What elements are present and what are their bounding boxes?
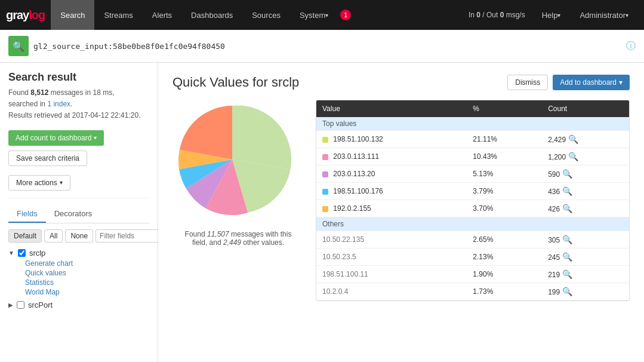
search-submit-button[interactable]: 🔍	[8, 36, 29, 56]
value-cell: 203.0.113.111	[333, 152, 379, 161]
srclp-checkbox[interactable]	[18, 249, 26, 257]
filter-default-button[interactable]: Default	[8, 229, 42, 243]
add-count-dashboard-button[interactable]: Add count to dashboard ▾	[8, 130, 104, 146]
col-count-header: Count	[542, 100, 629, 117]
color-dot	[322, 189, 328, 195]
quick-values-body: Found 11,507 messages with this field, a…	[172, 100, 630, 301]
table-row: 198.51.100.11 1.90% 219 🔍	[316, 266, 629, 283]
table-row: 203.0.113.20 5.13% 590 🔍	[316, 165, 629, 183]
quick-values-link[interactable]: Quick values	[25, 268, 149, 278]
value-cell: 198.51.100.132	[333, 135, 383, 143]
srcport-checkbox[interactable]	[17, 301, 24, 309]
top-nav: graylog Search Streams Alerts Dashboards…	[0, 0, 644, 30]
found-count: 8,512	[30, 88, 48, 97]
table-row: 198.51.100.176 3.79% 436 🔍	[316, 183, 629, 200]
field-group-srclp-header[interactable]: ▼ srclp	[8, 247, 149, 259]
top-values-section: Top values	[316, 117, 629, 131]
color-dot	[322, 206, 328, 212]
search-icon: 🔍	[13, 41, 24, 52]
logo: graylog	[6, 8, 45, 22]
fields-tabs: Fields Decorators	[8, 205, 149, 223]
filter-all-button[interactable]: All	[44, 229, 63, 243]
color-dot	[322, 154, 328, 160]
nav-right: In 0 / Out 0 msg/s Help Administrator	[461, 0, 638, 30]
table-row: 10.50.23.5 2.13% 245 🔍	[316, 249, 629, 266]
magnify-icon[interactable]: 🔍	[562, 269, 572, 279]
nav-streams[interactable]: Streams	[94, 0, 142, 30]
nav-dashboards[interactable]: Dashboards	[181, 0, 242, 30]
nav-sources[interactable]: Sources	[242, 0, 290, 30]
col-pct-header: %	[467, 100, 542, 117]
add-to-dashboard-button[interactable]: Add to dashboard ▾	[553, 75, 630, 90]
statistics-link[interactable]: Statistics	[25, 278, 149, 287]
magnify-icon[interactable]: 🔍	[562, 287, 572, 296]
add-dashboard-caret: ▾	[619, 78, 623, 87]
index-link[interactable]: 1 index	[47, 100, 70, 108]
nav-search[interactable]: Search	[51, 0, 94, 30]
dismiss-button[interactable]: Dismiss	[507, 75, 548, 90]
magnify-icon[interactable]: 🔍	[562, 235, 572, 244]
nav-help[interactable]: Help	[532, 0, 571, 30]
tab-fields[interactable]: Fields	[8, 205, 46, 223]
pct-cell: 21.11%	[467, 131, 542, 148]
content-area: Quick Values for srclp Dismiss Add to da…	[158, 63, 644, 362]
search-input[interactable]	[33, 42, 621, 51]
color-dot	[322, 137, 328, 143]
others-section: Others	[316, 217, 629, 231]
add-count-dashboard-label: Add count to dashboard	[16, 134, 91, 142]
save-search-button[interactable]: Save search criteria	[8, 151, 87, 166]
value-cell: 203.0.113.20	[333, 170, 375, 178]
table-row: 10.50.22.135 2.65% 305 🔍	[316, 231, 629, 249]
chart-area: Found 11,507 messages with this field, a…	[172, 100, 304, 301]
world-map-link[interactable]: World Map	[25, 287, 149, 297]
generate-chart-link[interactable]: Generate chart	[25, 259, 149, 268]
filter-fields-input[interactable]	[95, 229, 158, 243]
magnify-icon[interactable]: 🔍	[562, 169, 572, 179]
srcport-label: srcPort	[28, 300, 53, 309]
field-group-srcport: ▶ srcPort	[8, 299, 149, 311]
filter-row: Default All None	[8, 229, 149, 243]
header-buttons: Dismiss Add to dashboard ▾	[507, 75, 630, 90]
main-area: Search result Found 8,512 messages in 18…	[0, 63, 644, 362]
search-result-title: Search result	[8, 71, 149, 84]
expand-icon: ▼	[8, 250, 14, 256]
table-row: 203.0.113.111 10.43% 1,200 🔍	[316, 148, 629, 165]
nav-admin[interactable]: Administrator	[570, 0, 638, 30]
quick-values-table: Value % Count Top values	[316, 100, 629, 300]
field-group-srcport-header[interactable]: ▶ srcPort	[8, 299, 149, 311]
search-info-icon[interactable]: ⓘ	[626, 40, 636, 53]
color-dot	[322, 171, 328, 177]
nav-msg-status: In 0 / Out 0 msg/s	[461, 11, 532, 19]
table-row: 192.0.2.155 3.70% 426 🔍	[316, 200, 629, 217]
magnify-icon[interactable]: 🔍	[562, 204, 572, 213]
more-actions-button[interactable]: More actions ▾	[8, 175, 70, 191]
caret-icon: ▾	[94, 134, 97, 141]
value-cell: 198.51.100.176	[333, 187, 383, 195]
search-result-meta: Found 8,512 messages in 18 ms, searched …	[8, 87, 149, 122]
srclp-actions: Generate chart Quick values Statistics W…	[8, 259, 149, 297]
nav-badge: 1	[340, 10, 351, 20]
more-actions-caret: ▾	[60, 179, 63, 186]
value-cell: 192.0.2.155	[333, 204, 371, 213]
magnify-icon[interactable]: 🔍	[568, 134, 578, 144]
quick-values-header: Quick Values for srclp Dismiss Add to da…	[172, 75, 630, 90]
tab-decorators[interactable]: Decorators	[46, 205, 101, 223]
quick-values-table-area: Value % Count Top values	[316, 100, 630, 301]
table-row: 10.2.0.4 1.73% 199 🔍	[316, 283, 629, 300]
nav-alerts[interactable]: Alerts	[143, 0, 181, 30]
expand-icon-srcport: ▶	[8, 302, 13, 308]
nav-system[interactable]: System	[290, 0, 338, 30]
sidebar: Search result Found 8,512 messages in 18…	[0, 63, 158, 362]
chart-message: Found 11,507 messages with this field, a…	[172, 230, 304, 247]
filter-none-button[interactable]: None	[65, 229, 93, 243]
srclp-label: srclp	[29, 249, 45, 257]
col-value-header: Value	[316, 100, 467, 117]
magnify-icon[interactable]: 🔍	[568, 152, 578, 161]
search-bar: 🔍 ⓘ	[0, 30, 644, 63]
magnify-icon[interactable]: 🔍	[562, 252, 572, 262]
field-group-srclp: ▼ srclp Generate chart Quick values Stat…	[8, 247, 149, 297]
table-row: 198.51.100.132 21.11% 2,429 🔍	[316, 131, 629, 148]
pie-chart	[172, 100, 292, 225]
quick-values-title: Quick Values for srclp	[172, 75, 299, 90]
magnify-icon[interactable]: 🔍	[562, 186, 572, 196]
